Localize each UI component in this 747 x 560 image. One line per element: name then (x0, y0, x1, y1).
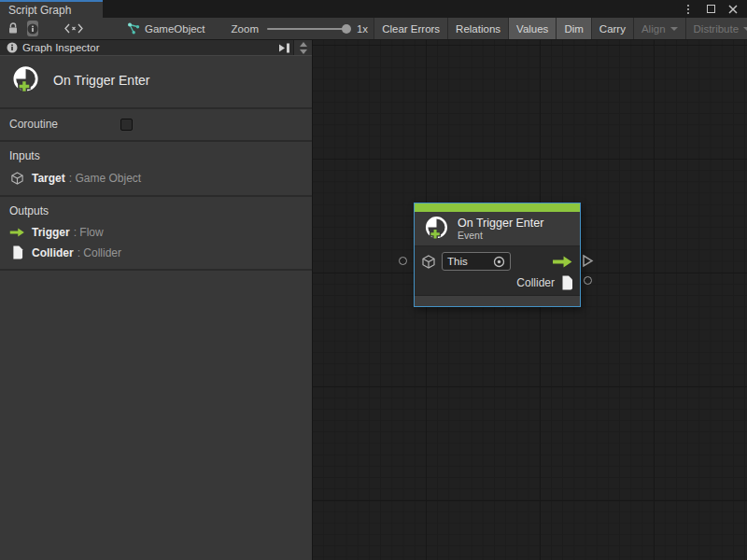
graph-owner[interactable]: GameObject (127, 22, 205, 35)
distribute-button[interactable]: Distribute (685, 18, 747, 39)
coroutine-row: Coroutine (0, 109, 312, 140)
align-button[interactable]: Align (633, 18, 685, 39)
script-graph-icon (127, 22, 140, 35)
pin-name: Collider (32, 246, 74, 259)
object-picker-icon[interactable] (493, 256, 505, 268)
values-button[interactable]: Values (508, 18, 556, 39)
kebab-menu-icon[interactable] (683, 4, 694, 15)
zoom-value: 1x (357, 23, 368, 35)
node-on-trigger-enter[interactable]: On Trigger Enter Event This (414, 203, 581, 307)
zoom-control: Zoom 1x (232, 23, 369, 35)
node-title: On Trigger Enter (458, 217, 543, 230)
node-footer (415, 295, 580, 306)
outputs-header: Outputs (9, 204, 303, 217)
collider-output-port[interactable] (584, 276, 592, 285)
collider-output-row: Collider (421, 273, 573, 293)
target-input-port[interactable] (399, 257, 407, 265)
target-dropdown[interactable]: This (442, 252, 511, 271)
gameobject-label: GameObject (145, 23, 205, 35)
zoom-slider[interactable] (267, 28, 349, 30)
toolbar-buttons: Clear Errors Relations Values Dim Carry … (374, 18, 747, 39)
graph-toolbar: GameObject Zoom 1x Clear Errors Relation… (0, 18, 747, 40)
target-input-row: This (421, 251, 573, 272)
pin-type: : Game Object (69, 172, 141, 185)
divider (0, 269, 312, 271)
graph-inspector-title: Graph Inspector (22, 42, 99, 53)
tab-label: Script Graph (8, 4, 71, 17)
graph-inspector-header: Graph Inspector (0, 40, 312, 56)
zoom-label: Zoom (232, 23, 259, 35)
input-row-target: Target : Game Object (9, 171, 303, 186)
inputs-section: Inputs Target : Game Object (0, 142, 312, 195)
window-controls (683, 0, 747, 18)
scroll-up-icon[interactable] (300, 42, 307, 47)
code-icon[interactable] (64, 23, 83, 34)
dim-button[interactable]: Dim (556, 18, 590, 39)
trigger-output-port[interactable] (582, 254, 594, 272)
output-row-trigger: Trigger : Flow (9, 226, 303, 239)
collider-output-label: Collider (516, 276, 555, 289)
pin-name: Trigger (32, 226, 70, 239)
node-body: This Collider (415, 246, 580, 295)
inspector-scroll-stepper (293, 40, 312, 55)
info-toggle-button[interactable] (27, 21, 38, 36)
coroutine-checkbox[interactable] (120, 119, 133, 131)
node-accent-bar (415, 203, 580, 212)
unit-header: On Trigger Enter (0, 56, 312, 107)
info-circle-icon (7, 42, 18, 53)
document-icon (561, 275, 573, 290)
dropdown-arrow-icon (743, 27, 747, 31)
cube-icon (421, 254, 436, 270)
outputs-section: Outputs Trigger : Flow (0, 197, 312, 269)
node-subtitle: Event (458, 230, 543, 241)
info-icon (27, 23, 38, 35)
inputs-header: Inputs (9, 149, 303, 162)
clear-errors-button[interactable]: Clear Errors (374, 18, 447, 39)
event-icon (422, 215, 450, 243)
pin-name: Target (32, 172, 65, 185)
tab-script-graph[interactable]: Script Graph (0, 0, 103, 18)
tab-strip: Script Graph (0, 0, 747, 18)
event-icon (9, 64, 41, 96)
dock-inspector-button[interactable] (275, 40, 293, 55)
graph-canvas[interactable]: On Trigger Enter Event This (313, 40, 747, 560)
coroutine-label: Coroutine (9, 118, 120, 131)
dropdown-arrow-icon (670, 27, 678, 31)
carry-button[interactable]: Carry (591, 18, 633, 39)
pin-type: : Collider (78, 246, 121, 259)
lock-icon[interactable] (7, 22, 19, 35)
dock-icon (278, 43, 290, 53)
flow-arrow-icon (552, 255, 573, 269)
node-header[interactable]: On Trigger Enter Event (415, 212, 580, 246)
script-graph-window: Script Graph (0, 0, 747, 560)
cube-icon (9, 171, 25, 186)
output-row-collider: Collider : Collider (9, 245, 303, 259)
document-icon (9, 245, 25, 259)
close-icon[interactable] (727, 4, 739, 15)
pin-type: : Flow (74, 226, 104, 239)
flow-arrow-icon (9, 227, 25, 238)
graph-inspector-panel: Graph Inspector (0, 40, 313, 560)
zoom-slider-thumb[interactable] (342, 24, 351, 34)
target-dropdown-value: This (447, 256, 489, 267)
relations-button[interactable]: Relations (447, 18, 508, 39)
maximize-icon[interactable] (705, 4, 716, 15)
unit-title: On Trigger Enter (53, 73, 150, 88)
scroll-down-icon[interactable] (300, 49, 307, 54)
